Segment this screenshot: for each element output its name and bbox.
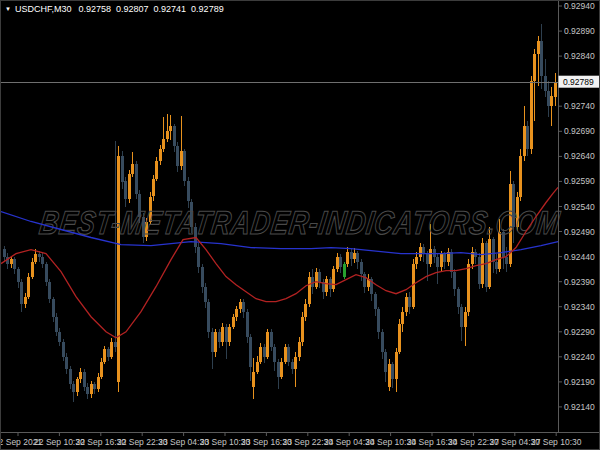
candle-body [273,347,276,362]
candle-body [339,257,342,267]
candle-body [485,243,488,287]
price-axis-label: 0.92290 [564,327,595,337]
price-axis-label: 0.92890 [564,26,595,36]
candle-body [100,362,103,377]
candle-body [114,342,117,347]
candle-body [401,312,404,325]
candle-body [270,332,273,347]
candle-body [128,174,131,199]
candle-body [62,342,65,357]
candle-body [10,259,13,264]
candle-body [27,277,30,297]
candle-body [304,304,307,317]
svg-text:0.92789: 0.92789 [563,77,594,87]
candle-body [31,262,34,277]
ohlc-open: 0.92758 [78,4,111,14]
candle-body [519,156,522,196]
time-axis[interactable]: 22 Sep 202122 Sep 10:3022 Sep 16:3022 Se… [1,432,582,447]
candle-body [13,259,16,269]
candle-body [467,264,470,312]
candle-body [419,247,422,257]
candle-body [72,384,75,392]
candle-body [391,364,394,379]
candle-body [20,282,23,305]
candle-body [183,151,186,181]
candle-body [3,249,6,257]
candle-body [308,277,311,305]
candle-body [540,41,543,76]
candle-body [277,362,280,377]
candle-body [155,161,158,179]
candle-body [415,257,418,265]
candle-body [34,254,37,262]
candle-body [218,332,221,342]
candle-body [135,164,138,194]
candle-body [554,82,557,98]
price-axis-label: 0.92340 [564,302,595,312]
price-axis[interactable]: 0.929400.928900.928400.927400.926900.926… [558,1,595,412]
candle-body [450,252,453,272]
candle-body [256,362,259,372]
watermark-text: BEST-METATRADER-INDICATORS.COM [37,204,562,241]
candle-body [526,126,529,149]
candle-body [207,302,210,332]
candle-body [301,317,304,342]
candle-body [492,239,495,262]
candle-body [48,282,51,300]
candle-body [211,332,214,352]
candle-body [363,274,366,287]
candle-body [336,257,339,270]
candle-body [69,369,72,384]
candle-body [550,96,553,106]
candle-body [353,253,356,260]
candle-body [90,384,93,394]
candle-body [381,332,384,352]
candle-body [131,164,134,174]
ohlc-low: 0.92741 [154,4,187,14]
candle-body [388,364,391,387]
price-axis-label: 0.92690 [564,126,595,136]
candle-body [315,272,318,287]
candle-body [523,126,526,156]
current-price-box: 0.92789 [559,76,600,88]
candle-body [443,254,446,262]
candle-body [162,139,165,149]
candle-body [429,249,432,264]
candle-body [457,289,460,307]
price-axis-label: 0.92140 [564,402,595,412]
candle-body [197,247,200,267]
candle-body [405,297,408,312]
candle-body [121,156,124,181]
candle-body [398,324,401,352]
candle-body [311,277,314,287]
candle-body [298,342,301,357]
candle-body [384,352,387,372]
symbol-marker-icon: ▼ [5,6,11,12]
candle-body [266,332,269,357]
candle-body [426,254,429,264]
candle-body [478,257,481,285]
ohlc-high: 0.92807 [116,4,149,14]
chart-canvas[interactable]: BEST-METATRADER-INDICATORS.COM 0.929400.… [1,1,600,450]
candle-body [79,372,82,380]
candle-body [55,317,58,332]
candle-body [117,156,120,382]
candle-body [159,149,162,162]
price-axis-label: 0.92740 [564,101,595,111]
candle-body [374,294,377,309]
candle-body [103,349,106,362]
candle-body [242,302,245,312]
candle-body [252,372,255,387]
candle-body [453,272,456,290]
candle-body [187,181,190,201]
candle-body [263,347,266,357]
candle-body [533,54,536,82]
candle-body [505,257,508,265]
symbol-title: USDCHF,M30 [15,4,72,14]
candle-body [377,309,380,332]
candle-body [318,272,321,282]
candle-body [221,327,224,342]
mt4-chart-window: BEST-METATRADER-INDICATORS.COM 0.929400.… [0,0,600,450]
price-axis-label: 0.92440 [564,252,595,262]
ohlc-close: 0.92789 [191,4,224,14]
